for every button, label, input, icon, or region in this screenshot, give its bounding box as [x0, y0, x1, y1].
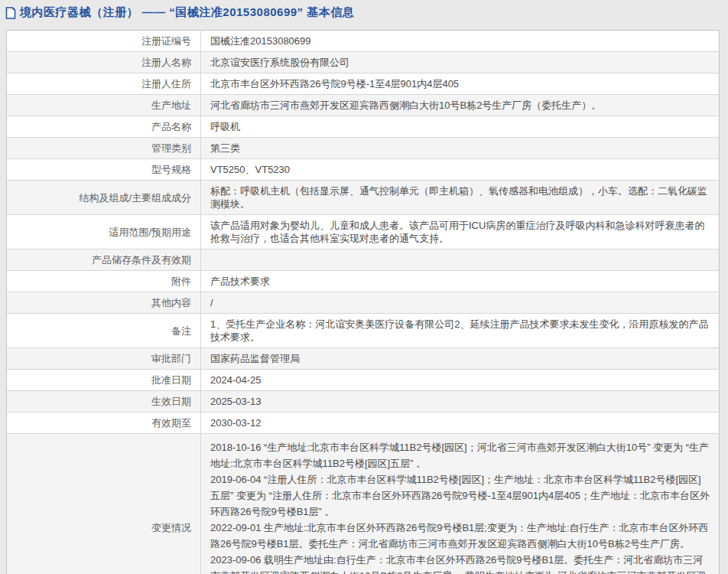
row-label: 管理类别	[7, 138, 201, 159]
row-label: 变更情况	[7, 434, 201, 574]
table-row: 注册人住所 北京市丰台区外环西路26号院9号楼-1至4层901内4层405	[7, 73, 720, 95]
document-icon	[5, 7, 16, 19]
row-value: 2030-03-12	[201, 413, 720, 434]
table-row: 注册人名称 北京谊安医疗系统股份有限公司	[7, 52, 720, 73]
change-history-text: 2018-10-16 “生产地址:北京市丰台区科学城11B2号楼[园区]；河北省…	[201, 434, 720, 574]
row-value: 第三类	[201, 138, 720, 159]
row-value	[201, 249, 720, 271]
table-row: 注册证编号 国械注准20153080699	[7, 31, 720, 52]
table-row: 管理类别 第三类	[7, 138, 720, 159]
row-value: 呼吸机	[201, 116, 720, 138]
row-label: 其他内容	[7, 292, 201, 314]
table-row: 产品储存条件及有效期	[7, 249, 720, 271]
row-label: 注册证编号	[7, 31, 201, 52]
table-row: 附件 产品技术要求	[7, 271, 720, 292]
row-value: 该产品适用对象为婴幼儿、儿童和成人患者。该产品可用于ICU病房的重症治疗及呼吸内…	[201, 215, 720, 249]
row-value: 河北省廊坊市三河市燕郊开发区迎宾路西侧潮白大街10号B栋2号生产厂房（委托生产）…	[201, 95, 720, 116]
row-value: 2025-03-13	[201, 391, 720, 413]
table-row-change-history: 变更情况 2018-10-16 “生产地址:北京市丰台区科学城11B2号楼[园区…	[7, 434, 720, 574]
row-label: 型号规格	[7, 159, 201, 181]
row-value: 国械注准20153080699	[201, 31, 720, 52]
row-label: 注册人名称	[7, 52, 201, 73]
row-value: VT5250、VT5230	[201, 159, 720, 181]
table-row: 其他内容 /	[7, 292, 720, 314]
row-value: 北京谊安医疗系统股份有限公司	[201, 52, 720, 73]
table-row: 结构及组成/主要组成成分 标配：呼吸机主机（包括显示屏、通气控制单元（即主机箱）…	[7, 181, 720, 215]
row-label: 有效期至	[7, 413, 201, 434]
row-value: 1、受托生产企业名称：河北谊安奥美医疗设备有限公司2、延续注册产品技术要求未发生…	[201, 314, 720, 348]
row-label: 产品储存条件及有效期	[7, 249, 201, 271]
row-value: 标配：呼吸机主机（包括显示屏、通气控制单元（即主机箱）、氧传感器和电池组成），小…	[201, 181, 720, 215]
table-row: 有效期至 2030-03-12	[7, 413, 720, 434]
row-label: 审批部门	[7, 348, 201, 370]
table-row: 型号规格 VT5250、VT5230	[7, 159, 720, 181]
row-value: 北京市丰台区外环西路26号院9号楼-1至4层901内4层405	[201, 73, 720, 95]
table-row: 批准日期 2024-04-25	[7, 370, 720, 391]
row-label: 结构及组成/主要组成成分	[7, 181, 201, 215]
row-value: 产品技术要求	[201, 271, 720, 292]
row-label: 产品名称	[7, 116, 201, 138]
table-row: 审批部门 国家药品监督管理局	[7, 348, 720, 370]
table-row: 生产地址 河北省廊坊市三河市燕郊开发区迎宾路西侧潮白大街10号B栋2号生产厂房（…	[7, 95, 720, 116]
row-label: 附件	[7, 271, 201, 292]
table-row: 备注 1、受托生产企业名称：河北谊安奥美医疗设备有限公司2、延续注册产品技术要求…	[7, 314, 720, 348]
row-label: 批准日期	[7, 370, 201, 391]
page-title: 境内医疗器械（注册） —— “国械注准20153080699” 基本信息	[20, 5, 354, 20]
row-label: 备注	[7, 314, 201, 348]
row-label: 注册人住所	[7, 73, 201, 95]
row-value: /	[201, 292, 720, 314]
table-row: 生效日期 2025-03-13	[7, 391, 720, 413]
registration-info-table: 注册证编号 国械注准20153080699 注册人名称 北京谊安医疗系统股份有限…	[6, 30, 720, 574]
row-value: 2024-04-25	[201, 370, 720, 391]
row-label: 生效日期	[7, 391, 201, 413]
row-value: 国家药品监督管理局	[201, 348, 720, 370]
row-label: 生产地址	[7, 95, 201, 116]
row-label: 适用范围/预期用途	[7, 215, 201, 249]
page-header: 境内医疗器械（注册） —— “国械注准20153080699” 基本信息	[0, 0, 728, 20]
table-row: 适用范围/预期用途 该产品适用对象为婴幼儿、儿童和成人患者。该产品可用于ICU病…	[7, 215, 720, 249]
table-row: 产品名称 呼吸机	[7, 116, 720, 138]
